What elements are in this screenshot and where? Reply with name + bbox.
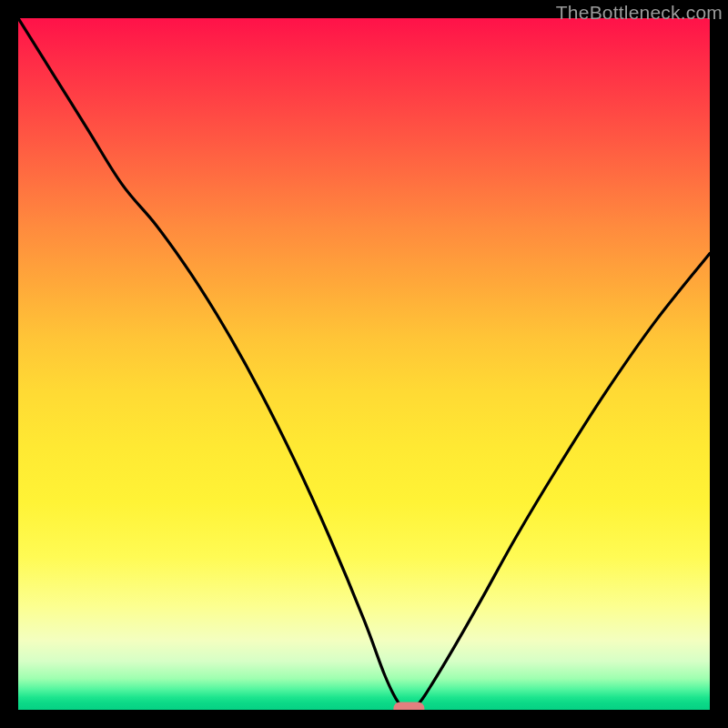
watermark-text: TheBottleneck.com: [556, 2, 723, 24]
bottleneck-curve: [18, 18, 710, 710]
minimum-marker: [393, 703, 424, 711]
plot-area: [18, 18, 710, 710]
chart-frame: TheBottleneck.com: [0, 0, 728, 728]
curve-layer: [18, 18, 710, 710]
